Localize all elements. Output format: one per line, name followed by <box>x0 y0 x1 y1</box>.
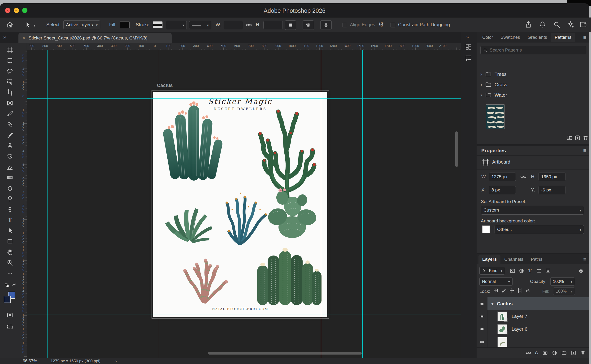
share-icon[interactable] <box>524 20 532 29</box>
fill-combo[interactable]: 100% ▾ <box>553 287 575 295</box>
comments-icon[interactable] <box>465 54 472 62</box>
x-field[interactable]: 8 px <box>489 186 516 194</box>
clone-stamp-tool-button[interactable] <box>0 140 20 151</box>
pattern-group-water[interactable]: › Water <box>480 90 586 100</box>
pattern-group-grass[interactable]: › Grass <box>480 79 586 90</box>
tab-layers[interactable]: Layers <box>479 254 500 264</box>
quick-mask-icon[interactable] <box>6 312 13 318</box>
layer-thumbnail[interactable] <box>497 337 507 347</box>
filter-adjustment-layers-icon[interactable] <box>519 268 524 274</box>
collapse-panels-icon[interactable]: « <box>466 33 469 39</box>
panel-menu-icon[interactable]: ≡ <box>583 34 586 41</box>
notifications-bell-icon[interactable] <box>539 20 546 29</box>
guide-horizontal-1[interactable] <box>27 98 461 98</box>
filter-kind-dropdown[interactable]: Kind ▾ <box>479 266 505 275</box>
status-options-chevron-icon[interactable]: › <box>115 358 117 363</box>
object-selection-tool-button[interactable] <box>0 76 20 87</box>
tab-color[interactable]: Color <box>479 32 497 42</box>
opacity-combo[interactable]: 100% ▾ <box>550 278 575 286</box>
tab-overflow-chevrons-icon[interactable]: » <box>3 34 6 40</box>
fill-swatch[interactable] <box>120 21 130 28</box>
visibility-cell[interactable] <box>477 323 487 336</box>
document-tab[interactable]: × Sticker Sheet_Cactus2026.psd @ 66.7% (… <box>19 33 172 43</box>
rectangle-tool-button[interactable] <box>0 236 20 247</box>
ruler-horizontal[interactable]: 9008007006005004003002001000100200300400… <box>27 43 461 50</box>
path-selection-tool-button[interactable] <box>0 225 20 236</box>
tab-channels[interactable]: Channels <box>500 254 527 264</box>
filter-pixel-layers-icon[interactable] <box>510 268 515 274</box>
search-patterns-input[interactable] <box>490 47 579 53</box>
dodge-tool-button[interactable] <box>0 193 20 204</box>
move-tool-icon[interactable] <box>25 21 32 29</box>
path-arrange-button[interactable] <box>320 20 332 30</box>
delete-layer-trash-icon[interactable] <box>580 350 586 356</box>
screen-mode-icon[interactable] <box>6 323 13 331</box>
guide-horizontal-2[interactable] <box>27 315 461 315</box>
lock-pixels-icon[interactable] <box>501 288 506 293</box>
pattern-thumbnail[interactable] <box>486 104 505 129</box>
constrain-path-checkbox[interactable] <box>390 23 395 27</box>
filter-shape-layers-icon[interactable] <box>536 268 542 274</box>
preset-dropdown[interactable]: Custom ▾ <box>481 206 584 214</box>
default-colors-icon[interactable] <box>4 283 9 289</box>
edit-toolbar-ellipsis-icon[interactable] <box>0 268 20 279</box>
visibility-cell[interactable] <box>477 310 487 323</box>
crop-tool-button[interactable] <box>0 87 20 98</box>
height-field[interactable]: 1650 px <box>539 173 565 181</box>
tab-paths[interactable]: Paths <box>527 254 546 264</box>
link-dimensions-icon[interactable] <box>246 22 252 28</box>
tab-swatches[interactable]: Swatches <box>497 32 524 42</box>
vertical-scrollbar[interactable] <box>455 131 458 167</box>
blend-mode-dropdown[interactable]: Normal ▾ <box>479 278 513 286</box>
eraser-tool-button[interactable] <box>0 162 20 172</box>
panel-menu-icon[interactable]: ≡ <box>583 256 586 262</box>
expand-chevron-icon[interactable]: › <box>480 92 482 98</box>
close-tab-icon[interactable]: × <box>22 35 25 41</box>
artboard-page[interactable]: Sticker Magic DESERT DWELLERS NATALIETOU… <box>153 92 327 317</box>
gradient-tool-button[interactable] <box>0 172 20 183</box>
search-icon[interactable] <box>553 20 561 29</box>
lock-transparency-icon[interactable] <box>493 288 498 293</box>
delete-pattern-trash-icon[interactable] <box>583 135 589 141</box>
adjustment-layer-icon[interactable] <box>552 350 558 356</box>
zoom-tool-button[interactable] <box>0 257 20 268</box>
pattern-group-trees[interactable]: › Trees <box>480 69 586 79</box>
panel-menu-icon[interactable]: ≡ <box>583 148 586 154</box>
visibility-cell[interactable] <box>477 336 487 347</box>
artboard-bg-dropdown[interactable]: Other... ▾ <box>494 225 584 234</box>
artboard-tool-button[interactable] <box>0 45 20 55</box>
stroke-style-dropdown[interactable]: ▾ <box>189 21 211 29</box>
new-layer-icon[interactable] <box>571 350 576 356</box>
shape-width-field[interactable] <box>224 21 243 29</box>
type-tool-button[interactable]: T <box>0 214 20 225</box>
y-field[interactable]: -6 px <box>539 186 565 194</box>
filtering-toggle-icon[interactable] <box>578 268 584 274</box>
guide-vertical-4[interactable] <box>362 50 363 358</box>
layer-row-cactus[interactable]: ▾ Cactus <box>477 297 589 310</box>
link-wh-icon[interactable] <box>520 174 527 180</box>
guide-vertical-1[interactable] <box>47 50 47 358</box>
visibility-cell[interactable] <box>477 297 487 310</box>
layer-effects-fx-icon[interactable]: fx <box>535 350 539 356</box>
foreground-color-swatch[interactable] <box>4 296 11 303</box>
canvas-pasteboard[interactable]: Cactus Sticker Magic DESERT DWELLERS NAT… <box>27 50 461 358</box>
horizontal-scrollbar[interactable] <box>208 352 362 355</box>
stroke-swatch[interactable] <box>153 21 163 28</box>
lock-position-icon[interactable] <box>509 288 514 293</box>
layer-thumbnail[interactable] <box>497 324 507 334</box>
eyedropper-tool-button[interactable] <box>0 108 20 119</box>
lock-artboard-icon[interactable] <box>517 288 522 293</box>
guide-vertical-3[interactable] <box>321 50 321 358</box>
history-brush-tool-button[interactable] <box>0 151 20 162</box>
layer-thumbnail[interactable] <box>497 312 507 321</box>
hand-tool-button[interactable] <box>0 247 20 257</box>
zoom-level-field[interactable]: 66.67% <box>23 358 37 364</box>
layer-row-partial[interactable] <box>477 336 589 347</box>
layer-row-content[interactable]: ▾ Cactus <box>487 297 589 310</box>
move-tool-chevron-icon[interactable]: ▾ <box>33 24 35 27</box>
expand-chevron-icon[interactable]: › <box>480 82 482 87</box>
shape-height-field[interactable] <box>263 21 283 29</box>
ruler-vertical[interactable]: 3 0 02 0 01 0 001 0 02 0 03 0 04 0 05 0 … <box>20 50 27 358</box>
filter-smart-object-icon[interactable] <box>545 268 551 274</box>
filter-type-layers-icon[interactable]: T <box>528 267 532 274</box>
